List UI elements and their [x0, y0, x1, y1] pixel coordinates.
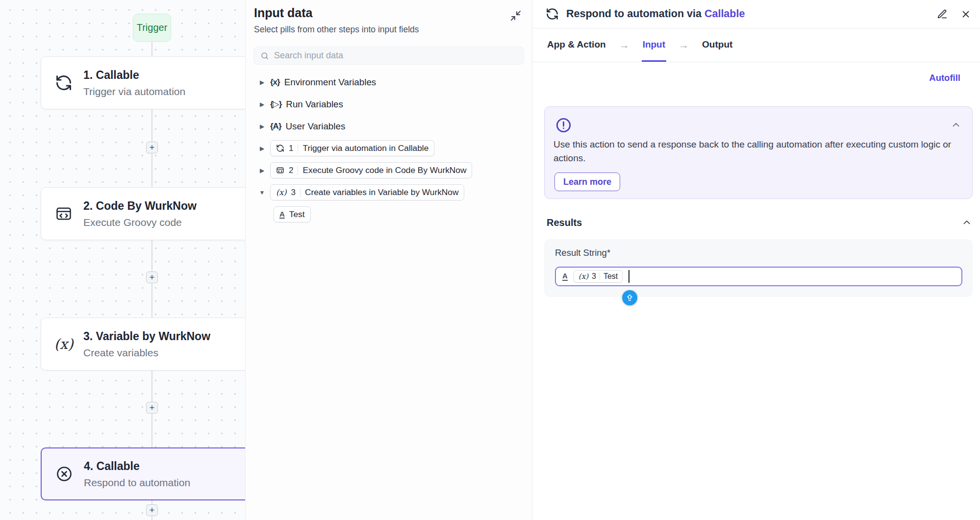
tree-group-run-variables[interactable]: ▶ {▷} Run Variables [246, 93, 532, 115]
sync-icon [546, 7, 559, 21]
results-section-heading: Results [547, 217, 582, 228]
node-callable-1[interactable]: 1. Callable Trigger via automation [41, 56, 245, 109]
node-text: 2. Code By WurkNow Execute Groovy code [83, 199, 197, 228]
tree-step-3-expanded[interactable]: ▼ (x) 3 Create variables in Variable by … [246, 181, 532, 203]
search-icon [260, 51, 269, 60]
step-pill[interactable]: (x) 3 Create variables in Variable by Wu… [270, 184, 464, 200]
learn-more-button[interactable]: Learn more [554, 173, 620, 191]
chevron-up-icon[interactable] [961, 217, 972, 228]
run-variables-icon: {▷} [270, 99, 281, 109]
tab-output[interactable]: Output [701, 28, 733, 62]
detail-title: Respond to automation viaCallable [566, 8, 745, 20]
detail-title-text: Respond to automation via [566, 8, 702, 20]
input-data-subtitle: Select pills from other steps into input… [254, 25, 419, 35]
result-string-input[interactable]: A (x) 3 Test [555, 267, 962, 286]
info-description: Use this action to send a response back … [553, 138, 958, 165]
chevron-right-icon[interactable]: ▶ [258, 123, 266, 130]
step-number: 2 [289, 166, 293, 175]
code-icon [276, 166, 284, 174]
tree-group-environment-variables[interactable]: ▶ {x} Environment Variables [246, 71, 532, 93]
tree-step-1[interactable]: ▶ 1 Trigger via automation in Callable [246, 137, 532, 159]
add-step-button[interactable]: + [146, 272, 158, 283]
node-title: 1. Callable [83, 69, 185, 82]
insert-pill-button[interactable] [622, 290, 637, 305]
chevron-right-icon[interactable]: ▶ [258, 145, 266, 152]
pill-divider [298, 166, 298, 175]
trigger-badge[interactable]: Trigger [133, 14, 171, 42]
node-text: 3. Variable by WurkNow Create variables [83, 330, 210, 359]
pill-divider [298, 144, 298, 153]
action-info-box: Use this action to send a response back … [544, 106, 973, 199]
node-text: 4. Callable Respond to automation [84, 460, 190, 489]
pill-divider [300, 188, 301, 197]
arrow-right-icon: → [678, 39, 689, 51]
variable-glyph: (x) [54, 336, 74, 352]
variable-icon: (x) [276, 188, 287, 197]
text-format-icon[interactable]: A [562, 272, 568, 281]
node-subtitle: Create variables [83, 347, 210, 359]
node-subtitle: Trigger via automation [83, 86, 185, 98]
pill-divider [600, 272, 600, 280]
tree-group-user-variables[interactable]: ▶ {A} User Variables [246, 115, 532, 137]
arrow-right-icon: → [619, 39, 629, 51]
close-icon[interactable] [960, 9, 971, 20]
input-data-title: Input data [254, 6, 312, 20]
tree-group-label: Run Variables [286, 99, 343, 110]
sync-icon [276, 144, 284, 152]
node-variable-by-wurknow-3[interactable]: (x) 3. Variable by WurkNow Create variab… [41, 318, 245, 371]
node-title: 2. Code By WurkNow [83, 199, 197, 213]
node-code-by-wurknow-2[interactable]: 2. Code By WurkNow Execute Groovy code [41, 187, 245, 240]
collapse-panel-icon[interactable] [510, 10, 522, 22]
result-field-card: Result String* A (x) 3 Test [544, 239, 973, 297]
node-callable-4-selected[interactable]: 4. Callable Respond to automation [41, 447, 245, 500]
detail-tabs: App & Action → Input → Output [532, 28, 980, 62]
pill-step-number: 3 [592, 272, 596, 281]
autofill-button[interactable]: Autofill [929, 73, 960, 83]
upload-arrow-icon [626, 294, 634, 302]
step-number: 1 [289, 144, 293, 153]
tree-group-label: User Variables [286, 121, 346, 132]
result-string-label: Result String* [555, 248, 610, 258]
tree-step-2[interactable]: ▶ 2 Execute Groovy code in Code By WurkN… [246, 159, 532, 181]
chevron-up-icon[interactable] [951, 120, 961, 130]
tree-variable-test[interactable]: A Test [246, 203, 532, 225]
chevron-right-icon[interactable]: ▶ [258, 79, 266, 86]
step-label: Trigger via automation in Callable [302, 143, 428, 153]
add-step-button[interactable]: + [146, 402, 158, 414]
chevron-right-icon[interactable]: ▶ [258, 101, 266, 108]
pill-variable-label: Test [603, 272, 618, 281]
add-step-button[interactable]: + [146, 142, 158, 153]
step-number: 3 [291, 188, 296, 198]
node-title: 4. Callable [84, 460, 190, 473]
edit-pencil-icon[interactable] [937, 9, 948, 20]
text-cursor [628, 270, 629, 283]
detail-header: Respond to automation viaCallable [532, 0, 980, 28]
x-circle-icon [54, 465, 74, 483]
chevron-down-icon[interactable]: ▼ [258, 189, 266, 196]
node-text: 1. Callable Trigger via automation [83, 69, 185, 98]
code-icon [54, 205, 74, 223]
detail-title-app-link[interactable]: Callable [704, 8, 745, 20]
step-pill[interactable]: 2 Execute Groovy code in Code By WurkNow [270, 162, 472, 178]
node-subtitle: Respond to automation [84, 477, 190, 489]
sync-icon [54, 74, 74, 92]
step-label: Execute Groovy code in Code By WurkNow [302, 165, 466, 175]
environment-variables-icon: {x} [270, 77, 280, 87]
action-detail-panel: Respond to automation viaCallable App & … [532, 0, 980, 520]
inserted-variable-pill[interactable]: (x) 3 Test [574, 270, 623, 283]
node-subtitle: Execute Groovy code [83, 217, 197, 228]
search-input[interactable] [274, 50, 517, 61]
search-box[interactable] [253, 47, 524, 65]
variable-label: Test [289, 209, 305, 220]
input-data-tree: ▶ {x} Environment Variables ▶ {▷} Run Va… [246, 71, 532, 225]
add-step-button[interactable]: + [146, 504, 158, 516]
step-pill[interactable]: 1 Trigger via automation in Callable [270, 140, 434, 156]
step-label: Create variables in Variable by WurkNow [305, 187, 458, 198]
tab-app-and-action[interactable]: App & Action [546, 28, 607, 62]
input-data-panel: Input data Select pills from other steps… [245, 0, 532, 520]
workflow-canvas: Trigger 1. Callable Trigger via automati… [0, 0, 245, 520]
tab-input[interactable]: Input [642, 28, 666, 62]
alert-circle-icon [555, 117, 572, 134]
variable-pill[interactable]: A Test [274, 206, 311, 223]
chevron-right-icon[interactable]: ▶ [258, 167, 266, 174]
